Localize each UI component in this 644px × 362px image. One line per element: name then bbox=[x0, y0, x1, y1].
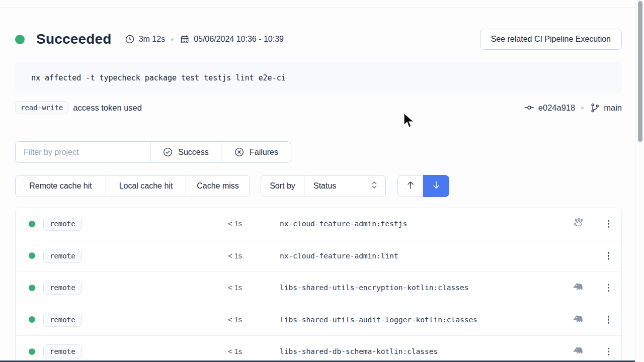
gradle-icon bbox=[572, 318, 584, 326]
chevron-up-down-icon bbox=[370, 180, 378, 192]
git-branch-icon bbox=[590, 103, 600, 113]
search-input[interactable] bbox=[16, 142, 150, 162]
nx-cloud-run-page: Succeeded 3m 12s 05/06/2024 10:36 - 10:3… bbox=[0, 0, 644, 362]
kebab-menu-icon bbox=[608, 220, 610, 228]
gradle-icon bbox=[572, 286, 584, 294]
row-menu-button[interactable] bbox=[605, 280, 613, 296]
scrollbar-thumb[interactable] bbox=[638, 1, 642, 142]
project-filter-group: Success Failures bbox=[15, 141, 291, 163]
clock-icon bbox=[125, 34, 135, 44]
task-duration: < 1s bbox=[207, 252, 242, 260]
sort-descending-button[interactable] bbox=[423, 175, 449, 197]
task-name[interactable]: nx-cloud-feature-admin:lint bbox=[280, 252, 398, 260]
run-header: Succeeded 3m 12s 05/06/2024 10:36 - 10:3… bbox=[15, 28, 622, 51]
failures-filter-button[interactable]: Failures bbox=[221, 142, 291, 162]
kebab-menu-icon bbox=[608, 316, 610, 324]
task-name[interactable]: nx-cloud-feature-admin:testjs bbox=[280, 220, 407, 228]
cache-source-badge: remote bbox=[43, 281, 82, 295]
calendar-icon bbox=[180, 34, 190, 44]
scrollbar[interactable] bbox=[635, 0, 644, 362]
separator-dot bbox=[581, 107, 584, 109]
gradle-icon bbox=[572, 349, 584, 358]
vcs-info: e024a918 main bbox=[524, 102, 622, 113]
related-pipeline-button[interactable]: See related CI Pipeline Execution bbox=[480, 29, 622, 50]
jest-icon bbox=[573, 222, 584, 230]
row-menu-button[interactable] bbox=[605, 312, 613, 328]
git-commit-icon bbox=[524, 102, 535, 113]
task-status-dot bbox=[29, 285, 35, 291]
kebab-menu-icon bbox=[608, 348, 610, 356]
success-filter-label: Success bbox=[178, 148, 208, 157]
check-circle-icon bbox=[163, 147, 173, 157]
task-name[interactable]: libs-shared-utils-audit-logger-kotlin:cl… bbox=[280, 316, 477, 324]
tool-icon-wrap bbox=[573, 217, 584, 231]
sort-select-value: Status bbox=[313, 182, 336, 191]
row-menu-button[interactable] bbox=[605, 248, 613, 264]
cache-source-badge: remote bbox=[43, 217, 82, 231]
kebab-menu-icon bbox=[608, 284, 610, 292]
task-name[interactable]: libs-shared-db-schema-kotlin:classes bbox=[280, 347, 438, 355]
task-status-dot bbox=[29, 348, 35, 355]
run-status-dot bbox=[15, 35, 25, 44]
cache-source-badge: remote bbox=[43, 344, 82, 358]
tool-icon-wrap bbox=[572, 281, 584, 295]
tool-icon-wrap bbox=[572, 313, 584, 327]
header-divider bbox=[0, 7, 635, 8]
task-duration: < 1s bbox=[207, 316, 242, 324]
sort-ascending-button[interactable] bbox=[397, 175, 423, 197]
table-row[interactable]: remote < 1s libs-shared-db-schema-kotlin… bbox=[16, 336, 621, 362]
task-status-dot bbox=[29, 252, 35, 259]
table-row[interactable]: remote < 1s nx-cloud-feature-admin:lint bbox=[16, 240, 621, 273]
duration-text: 3m 12s bbox=[139, 35, 165, 44]
sort-by-label: Sort by bbox=[261, 175, 304, 197]
row-menu-button[interactable] bbox=[605, 216, 613, 232]
token-row: read-write access token used e024a918 ma… bbox=[15, 100, 622, 116]
local-cache-hit-button[interactable]: Local cache hit bbox=[106, 175, 186, 197]
run-duration: 3m 12s bbox=[125, 34, 165, 44]
remote-cache-hit-button[interactable]: Remote cache hit bbox=[16, 175, 106, 197]
sort-select[interactable]: Status bbox=[304, 175, 385, 197]
separator-dot bbox=[171, 38, 174, 41]
task-duration: < 1s bbox=[207, 284, 242, 292]
run-dates: 05/06/2024 10:36 - 10:39 bbox=[180, 34, 284, 44]
success-filter-button[interactable]: Success bbox=[150, 142, 221, 162]
cache-source-badge: remote bbox=[43, 249, 82, 263]
run-command-text: nx affected -t typecheck package test te… bbox=[31, 73, 286, 82]
table-row[interactable]: remote < 1s libs-shared-utils-encryption… bbox=[16, 272, 621, 304]
kebab-menu-icon bbox=[608, 252, 610, 260]
branch-name[interactable]: main bbox=[604, 103, 622, 113]
table-row[interactable]: remote < 1s libs-shared-utils-audit-logg… bbox=[16, 304, 621, 336]
run-command-block: nx affected -t typecheck package test te… bbox=[15, 62, 622, 94]
arrow-up-icon bbox=[406, 180, 416, 192]
commit-sha[interactable]: e024a918 bbox=[538, 103, 575, 113]
cache-miss-button[interactable]: Cache miss bbox=[186, 175, 250, 197]
failures-filter-label: Failures bbox=[250, 148, 278, 157]
task-status-dot bbox=[29, 221, 35, 227]
access-token-badge: read-write bbox=[15, 101, 68, 114]
task-duration: < 1s bbox=[207, 220, 242, 228]
task-duration: < 1s bbox=[207, 347, 242, 355]
task-name[interactable]: libs-shared-utils-encryption-kotlin:clas… bbox=[280, 284, 468, 292]
page-title: Succeeded bbox=[36, 31, 112, 47]
cache-filter-group: Remote cache hit Local cache hit Cache m… bbox=[15, 175, 250, 197]
date-range-text: 05/06/2024 10:36 - 10:39 bbox=[194, 35, 284, 44]
access-token-text: access token used bbox=[73, 103, 142, 113]
x-circle-icon bbox=[234, 147, 245, 157]
table-row[interactable]: remote < 1s nx-cloud-feature-admin:testj… bbox=[16, 208, 621, 240]
arrow-down-icon bbox=[431, 180, 441, 192]
task-list: remote < 1s nx-cloud-feature-admin:testj… bbox=[15, 208, 622, 362]
sort-direction-group bbox=[397, 175, 449, 197]
sort-group: Sort by Status bbox=[261, 175, 386, 197]
tool-icon-wrap bbox=[572, 344, 584, 358]
cache-source-badge: remote bbox=[43, 313, 82, 327]
row-menu-button[interactable] bbox=[605, 343, 613, 360]
task-status-dot bbox=[29, 316, 35, 323]
